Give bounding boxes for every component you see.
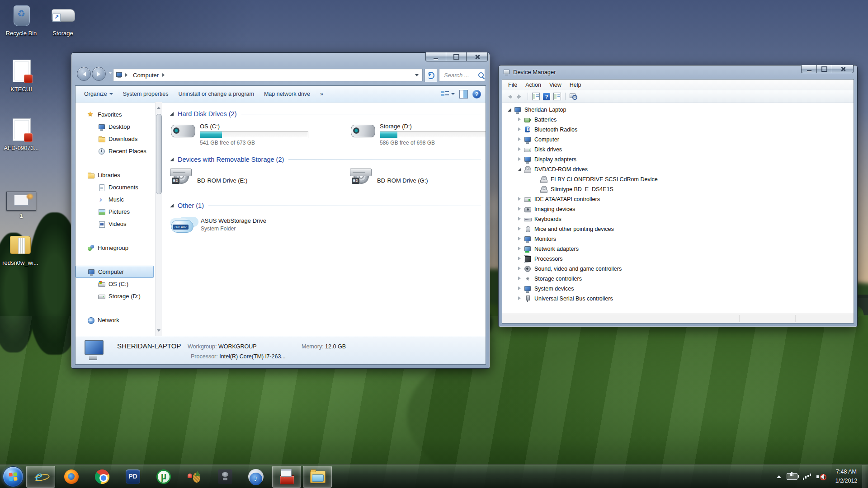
desktop-icon-image-thumb[interactable]: 1	[1, 188, 42, 219]
expand-toggle-icon[interactable]	[517, 296, 522, 301]
nav-item[interactable]: Favorites	[75, 108, 154, 121]
tree-item[interactable]: Computer	[502, 135, 854, 145]
taskbar-button-battlefield[interactable]	[211, 466, 240, 488]
change-view-icon[interactable]	[441, 90, 449, 98]
expand-toggle-icon[interactable]	[517, 276, 522, 282]
nav-item[interactable]: Libraries	[75, 169, 154, 181]
close-button[interactable]	[832, 65, 854, 73]
back-icon[interactable]	[506, 94, 513, 99]
menu-item[interactable]: File	[504, 80, 521, 90]
minimize-button[interactable]	[801, 65, 817, 73]
drive-item[interactable]: Storage (D:) 586 GB free of 698 GB	[350, 123, 486, 146]
scroll-down-icon[interactable]	[157, 329, 160, 333]
maximize-button[interactable]	[446, 52, 467, 61]
expand-toggle-icon[interactable]	[517, 167, 522, 172]
start-button[interactable]	[3, 466, 24, 487]
refresh-button[interactable]	[425, 69, 437, 82]
expand-toggle-icon[interactable]	[517, 246, 522, 252]
desktop-icon-external-drive[interactable]: Storage	[42, 3, 83, 37]
address-dropdown-icon[interactable]	[415, 74, 419, 78]
nav-item[interactable]: Network	[75, 314, 154, 326]
removable-drive-item[interactable]: BD-ROM Drive (G:)	[350, 169, 486, 192]
forward-button[interactable]	[92, 67, 106, 81]
network-signal-icon[interactable]	[803, 474, 811, 480]
tree-item[interactable]: ELBY CLONEDRIVE SCSI CdRom Device	[502, 174, 854, 184]
help-icon[interactable]: ?	[472, 90, 481, 99]
desktop-icon-recycle-bin[interactable]: Recycle Bin	[1, 3, 42, 37]
taskbar-button-admin-tools[interactable]	[272, 466, 301, 488]
taskbar-button-pdf-app[interactable]	[118, 466, 147, 488]
tree-item[interactable]: Monitors	[502, 234, 854, 244]
tree-item[interactable]: Processors	[502, 254, 854, 264]
nav-scrollbar[interactable]	[155, 102, 162, 336]
nav-item[interactable]: Homegroup	[75, 242, 154, 254]
tree-item[interactable]: Batteries	[502, 115, 854, 125]
volume-muted-icon[interactable]	[816, 473, 826, 480]
taskbar-button-windows-explorer[interactable]	[303, 466, 332, 488]
expand-toggle-icon[interactable]	[517, 256, 522, 262]
help-icon[interactable]: ?	[543, 93, 550, 100]
desktop-icon-folder-big[interactable]: redsn0w_wi...	[0, 232, 41, 266]
tree-item[interactable]: Imaging devices	[502, 204, 854, 214]
organize-button[interactable]: Organize	[79, 89, 118, 99]
nav-item[interactable]: Music	[75, 193, 154, 206]
webstorage-item[interactable]: ASUS WebStorage Drive System Folder	[170, 215, 481, 235]
forward-icon[interactable]	[516, 94, 524, 99]
breadcrumb[interactable]: Computer	[130, 72, 161, 79]
toolbar-overflow-button[interactable]: »	[315, 89, 328, 99]
minimize-button[interactable]	[425, 52, 446, 61]
scrollbar-thumb[interactable]	[156, 114, 162, 194]
tree-item[interactable]: Mice and other pointing devices	[502, 224, 854, 234]
nav-item[interactable]: Pictures	[75, 206, 154, 218]
nav-item[interactable]: Computer	[75, 266, 154, 278]
map-network-drive-button[interactable]: Map network drive	[259, 89, 315, 99]
tree-item[interactable]: Network adapters	[502, 244, 854, 254]
search-input[interactable]	[443, 71, 477, 79]
menu-item[interactable]: Help	[566, 80, 585, 90]
nav-item[interactable]: OS (C:)	[75, 278, 154, 290]
collapse-caret-icon[interactable]	[170, 112, 174, 116]
tree-item[interactable]: System devices	[502, 284, 854, 294]
tree-item[interactable]: Keyboards	[502, 214, 854, 224]
search-box[interactable]	[439, 69, 485, 81]
taskbar-button-firefox[interactable]	[57, 466, 86, 488]
tree-item[interactable]: Slimtype BD E DS4E1S	[502, 184, 854, 194]
expand-toggle-icon[interactable]	[517, 286, 522, 291]
nav-item[interactable]: Documents	[75, 181, 154, 193]
expand-toggle-icon[interactable]	[517, 266, 522, 272]
removable-drive-item[interactable]: BD-ROM Drive (E:)	[170, 169, 350, 192]
tree-item[interactable]: DVD/CD-ROM drives	[502, 164, 854, 174]
maximize-button[interactable]	[816, 65, 832, 73]
tree-item[interactable]: Universal Serial Bus controllers	[502, 294, 854, 304]
battery-icon[interactable]	[787, 473, 797, 480]
expand-toggle-icon[interactable]	[517, 117, 522, 122]
expand-toggle-icon[interactable]	[517, 137, 522, 142]
breadcrumb-arrow-icon[interactable]	[162, 73, 166, 77]
horizontal-scrollbar[interactable]	[502, 314, 854, 323]
desktop-icon-pdf[interactable]: AFD-09073...	[1, 117, 42, 151]
expand-toggle-icon[interactable]	[517, 147, 522, 152]
collapse-caret-icon[interactable]	[170, 204, 174, 207]
menu-item[interactable]: View	[545, 80, 566, 90]
menu-item[interactable]: Action	[521, 80, 545, 90]
action-pane-icon[interactable]	[553, 93, 561, 100]
expand-toggle-icon[interactable]	[517, 127, 522, 132]
preview-pane-icon[interactable]	[459, 90, 468, 99]
scroll-up-icon[interactable]	[157, 105, 160, 109]
drive-item[interactable]: OS (C:) 541 GB free of 673 GB	[170, 123, 350, 146]
nav-item[interactable]: Desktop	[75, 121, 154, 133]
expand-toggle-icon[interactable]	[517, 236, 522, 242]
address-bar[interactable]: Computer	[113, 69, 423, 81]
clock[interactable]: 7:48 AM 1/2/2012	[832, 468, 861, 485]
expand-toggle-icon[interactable]	[517, 197, 522, 202]
taskbar-button-utorrent[interactable]	[149, 466, 178, 488]
taskbar-button-itunes[interactable]	[241, 466, 270, 488]
show-desktop-button[interactable]	[863, 465, 868, 488]
expand-toggle-icon[interactable]	[517, 157, 522, 162]
tree-item[interactable]: IDE ATA/ATAPI controllers	[502, 194, 854, 204]
expand-toggle-icon[interactable]	[517, 226, 522, 232]
show-hidden-icons-icon[interactable]	[777, 473, 781, 478]
scan-hardware-changes-icon[interactable]	[570, 93, 578, 100]
collapse-caret-icon[interactable]	[170, 158, 174, 161]
tree-item[interactable]: Sound, video and game controllers	[502, 264, 854, 274]
